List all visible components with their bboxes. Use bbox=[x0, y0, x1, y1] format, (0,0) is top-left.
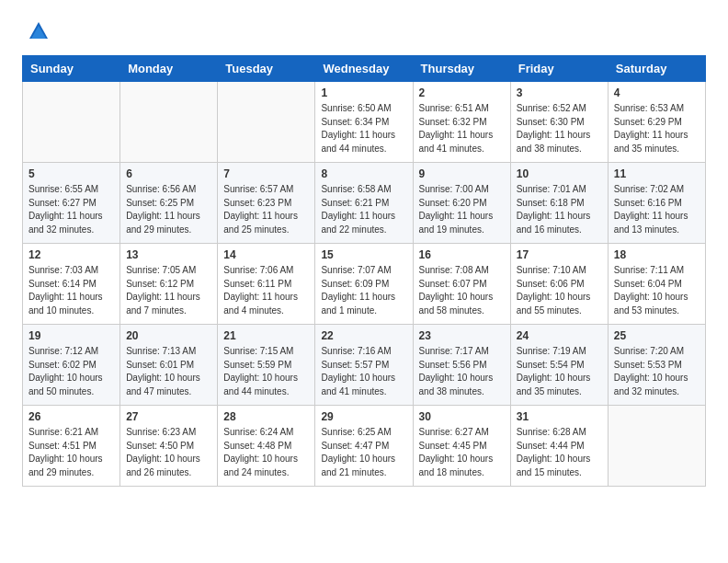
day-number: 17 bbox=[517, 248, 602, 261]
day-number: 15 bbox=[321, 248, 406, 261]
day-info: Sunrise: 7:02 AM Sunset: 6:16 PM Dayligh… bbox=[614, 183, 700, 236]
calendar-cell: 12Sunrise: 7:03 AM Sunset: 6:14 PM Dayli… bbox=[23, 244, 120, 325]
day-info: Sunrise: 6:56 AM Sunset: 6:25 PM Dayligh… bbox=[126, 183, 211, 236]
day-info: Sunrise: 7:19 AM Sunset: 5:54 PM Dayligh… bbox=[517, 345, 602, 398]
calendar-week-row: 12Sunrise: 7:03 AM Sunset: 6:14 PM Dayli… bbox=[23, 244, 706, 325]
day-number: 31 bbox=[517, 410, 602, 423]
day-number: 6 bbox=[126, 167, 211, 180]
day-info: Sunrise: 7:05 AM Sunset: 6:12 PM Dayligh… bbox=[126, 264, 211, 317]
day-number: 30 bbox=[419, 410, 505, 423]
day-number: 26 bbox=[28, 410, 114, 423]
day-info: Sunrise: 7:00 AM Sunset: 6:20 PM Dayligh… bbox=[419, 183, 505, 236]
day-info: Sunrise: 7:03 AM Sunset: 6:14 PM Dayligh… bbox=[28, 264, 114, 317]
calendar-cell: 3Sunrise: 6:52 AM Sunset: 6:30 PM Daylig… bbox=[510, 82, 608, 163]
calendar-cell: 29Sunrise: 6:25 AM Sunset: 4:47 PM Dayli… bbox=[315, 406, 413, 487]
calendar-week-row: 19Sunrise: 7:12 AM Sunset: 6:02 PM Dayli… bbox=[23, 325, 706, 406]
day-number: 7 bbox=[223, 167, 309, 180]
calendar-cell: 27Sunrise: 6:23 AM Sunset: 4:50 PM Dayli… bbox=[120, 406, 218, 487]
day-number: 24 bbox=[517, 329, 602, 342]
day-number: 16 bbox=[419, 248, 505, 261]
calendar-cell: 6Sunrise: 6:56 AM Sunset: 6:25 PM Daylig… bbox=[120, 163, 218, 244]
calendar-cell: 25Sunrise: 7:20 AM Sunset: 5:53 PM Dayli… bbox=[608, 325, 705, 406]
day-info: Sunrise: 7:10 AM Sunset: 6:06 PM Dayligh… bbox=[517, 264, 602, 317]
day-number: 28 bbox=[223, 410, 309, 423]
calendar-cell: 23Sunrise: 7:17 AM Sunset: 5:56 PM Dayli… bbox=[413, 325, 510, 406]
day-info: Sunrise: 7:07 AM Sunset: 6:09 PM Dayligh… bbox=[321, 264, 406, 317]
day-number: 4 bbox=[614, 86, 700, 99]
day-info: Sunrise: 7:06 AM Sunset: 6:11 PM Dayligh… bbox=[223, 264, 309, 317]
day-info: Sunrise: 7:13 AM Sunset: 6:01 PM Dayligh… bbox=[126, 345, 211, 398]
calendar-cell: 13Sunrise: 7:05 AM Sunset: 6:12 PM Dayli… bbox=[120, 244, 218, 325]
day-info: Sunrise: 6:50 AM Sunset: 6:34 PM Dayligh… bbox=[321, 102, 406, 155]
calendar-cell: 18Sunrise: 7:11 AM Sunset: 6:04 PM Dayli… bbox=[608, 244, 705, 325]
day-number: 19 bbox=[28, 329, 114, 342]
day-number: 27 bbox=[126, 410, 211, 423]
day-info: Sunrise: 7:01 AM Sunset: 6:18 PM Dayligh… bbox=[517, 183, 602, 236]
day-info: Sunrise: 6:55 AM Sunset: 6:27 PM Dayligh… bbox=[28, 183, 114, 236]
day-number: 20 bbox=[126, 329, 211, 342]
day-info: Sunrise: 6:58 AM Sunset: 6:21 PM Dayligh… bbox=[321, 183, 406, 236]
calendar-table: SundayMondayTuesdayWednesdayThursdayFrid… bbox=[22, 55, 706, 487]
calendar-cell: 16Sunrise: 7:08 AM Sunset: 6:07 PM Dayli… bbox=[413, 244, 510, 325]
calendar-cell: 9Sunrise: 7:00 AM Sunset: 6:20 PM Daylig… bbox=[413, 163, 510, 244]
day-number: 25 bbox=[614, 329, 700, 342]
day-info: Sunrise: 7:12 AM Sunset: 6:02 PM Dayligh… bbox=[28, 345, 114, 398]
calendar-cell: 2Sunrise: 6:51 AM Sunset: 6:32 PM Daylig… bbox=[413, 82, 510, 163]
day-number: 3 bbox=[517, 86, 602, 99]
day-info: Sunrise: 7:16 AM Sunset: 5:57 PM Dayligh… bbox=[321, 345, 406, 398]
day-info: Sunrise: 7:11 AM Sunset: 6:04 PM Dayligh… bbox=[614, 264, 700, 317]
day-info: Sunrise: 6:52 AM Sunset: 6:30 PM Dayligh… bbox=[517, 102, 602, 155]
day-info: Sunrise: 6:23 AM Sunset: 4:50 PM Dayligh… bbox=[126, 426, 211, 479]
day-number: 12 bbox=[28, 248, 114, 261]
day-number: 22 bbox=[321, 329, 406, 342]
col-header-wednesday: Wednesday bbox=[315, 56, 413, 82]
day-number: 10 bbox=[517, 167, 602, 180]
calendar-cell: 10Sunrise: 7:01 AM Sunset: 6:18 PM Dayli… bbox=[510, 163, 608, 244]
col-header-saturday: Saturday bbox=[608, 56, 705, 82]
day-info: Sunrise: 6:51 AM Sunset: 6:32 PM Dayligh… bbox=[419, 102, 505, 155]
day-number: 11 bbox=[614, 167, 700, 180]
day-number: 8 bbox=[321, 167, 406, 180]
day-number: 2 bbox=[419, 86, 505, 99]
calendar-cell: 11Sunrise: 7:02 AM Sunset: 6:16 PM Dayli… bbox=[608, 163, 705, 244]
calendar-cell: 8Sunrise: 6:58 AM Sunset: 6:21 PM Daylig… bbox=[315, 163, 413, 244]
day-info: Sunrise: 6:53 AM Sunset: 6:29 PM Dayligh… bbox=[614, 102, 700, 155]
day-number: 13 bbox=[126, 248, 211, 261]
calendar-cell: 1Sunrise: 6:50 AM Sunset: 6:34 PM Daylig… bbox=[315, 82, 413, 163]
col-header-thursday: Thursday bbox=[413, 56, 510, 82]
day-info: Sunrise: 6:24 AM Sunset: 4:48 PM Dayligh… bbox=[223, 426, 309, 479]
calendar-cell: 5Sunrise: 6:55 AM Sunset: 6:27 PM Daylig… bbox=[23, 163, 120, 244]
calendar-cell: 14Sunrise: 7:06 AM Sunset: 6:11 PM Dayli… bbox=[218, 244, 315, 325]
calendar-cell: 22Sunrise: 7:16 AM Sunset: 5:57 PM Dayli… bbox=[315, 325, 413, 406]
calendar-cell: 19Sunrise: 7:12 AM Sunset: 6:02 PM Dayli… bbox=[23, 325, 120, 406]
col-header-friday: Friday bbox=[510, 56, 608, 82]
calendar-cell: 7Sunrise: 6:57 AM Sunset: 6:23 PM Daylig… bbox=[218, 163, 315, 244]
day-info: Sunrise: 7:08 AM Sunset: 6:07 PM Dayligh… bbox=[419, 264, 505, 317]
col-header-sunday: Sunday bbox=[23, 56, 120, 82]
logo bbox=[22, 18, 51, 44]
calendar-cell: 15Sunrise: 7:07 AM Sunset: 6:09 PM Dayli… bbox=[315, 244, 413, 325]
calendar-cell: 24Sunrise: 7:19 AM Sunset: 5:54 PM Dayli… bbox=[510, 325, 608, 406]
day-number: 9 bbox=[419, 167, 505, 180]
day-number: 1 bbox=[321, 86, 406, 99]
day-info: Sunrise: 7:15 AM Sunset: 5:59 PM Dayligh… bbox=[223, 345, 309, 398]
day-number: 14 bbox=[223, 248, 309, 261]
day-number: 5 bbox=[28, 167, 114, 180]
calendar-cell: 28Sunrise: 6:24 AM Sunset: 4:48 PM Dayli… bbox=[218, 406, 315, 487]
calendar-cell: 31Sunrise: 6:28 AM Sunset: 4:44 PM Dayli… bbox=[510, 406, 608, 487]
calendar-cell: 20Sunrise: 7:13 AM Sunset: 6:01 PM Dayli… bbox=[120, 325, 218, 406]
calendar-week-row: 5Sunrise: 6:55 AM Sunset: 6:27 PM Daylig… bbox=[23, 163, 706, 244]
day-info: Sunrise: 6:25 AM Sunset: 4:47 PM Dayligh… bbox=[321, 426, 406, 479]
day-info: Sunrise: 7:17 AM Sunset: 5:56 PM Dayligh… bbox=[419, 345, 505, 398]
col-header-tuesday: Tuesday bbox=[218, 56, 315, 82]
col-header-monday: Monday bbox=[120, 56, 218, 82]
day-number: 21 bbox=[223, 329, 309, 342]
day-info: Sunrise: 6:21 AM Sunset: 4:51 PM Dayligh… bbox=[28, 426, 114, 479]
page-container: SundayMondayTuesdayWednesdayThursdayFrid… bbox=[0, 0, 728, 501]
calendar-cell bbox=[120, 82, 218, 163]
calendar-cell: 17Sunrise: 7:10 AM Sunset: 6:06 PM Dayli… bbox=[510, 244, 608, 325]
calendar-week-row: 26Sunrise: 6:21 AM Sunset: 4:51 PM Dayli… bbox=[23, 406, 706, 487]
day-info: Sunrise: 6:57 AM Sunset: 6:23 PM Dayligh… bbox=[223, 183, 309, 236]
header bbox=[22, 18, 706, 44]
day-number: 29 bbox=[321, 410, 406, 423]
